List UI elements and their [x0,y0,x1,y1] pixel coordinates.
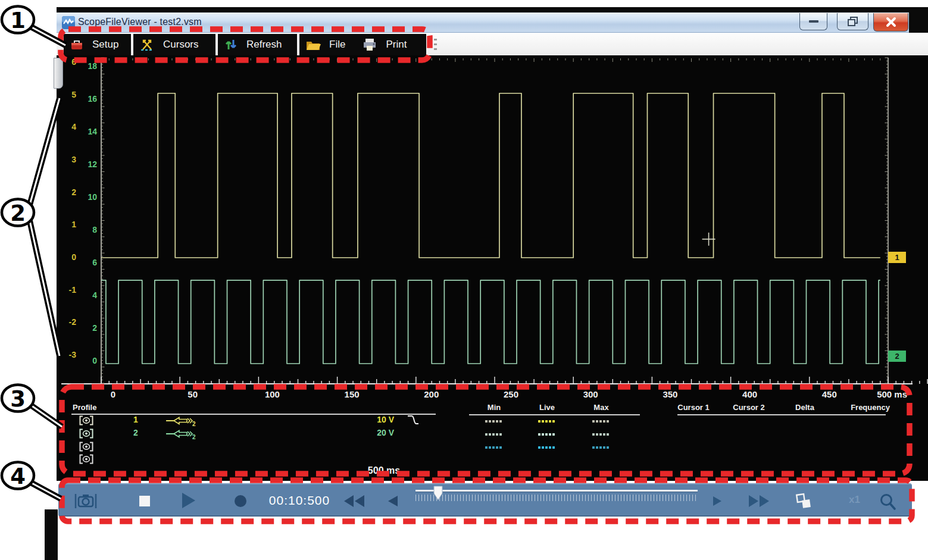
timebase-indicator: 500 ms [354,465,414,476]
minimize-button[interactable] [799,13,827,30]
visibility-toggle-icon[interactable] [79,415,93,426]
toolbar: Setup Cursors Refresh File [57,33,928,55]
y-axis-tick-label: 5 [58,90,76,99]
position-slider-thumb[interactable] [433,485,443,502]
callout-bubbles: 1 2 3 4 [2,7,34,490]
y-axis-tick-label: 12 [79,159,97,169]
callout-3 [2,385,34,412]
y-axis-tick-label: 10 [79,192,97,202]
file-button[interactable]: File [305,38,349,51]
page: ScopeFileViewer - test2.vsm Setup [0,0,928,560]
max-value-placeholder [592,433,610,436]
partial-panel-fragment [45,509,58,560]
y-axis-tick-label: 4 [79,290,97,300]
play-button[interactable] [181,492,196,509]
callout-2-number: 2 [10,201,26,226]
close-button[interactable] [873,13,908,32]
scope-display: 6543210-1-2-3 181614121086420 1 2 [57,55,928,387]
callout-1 [2,7,34,33]
print-button[interactable]: Print [362,37,410,52]
delta-header: Delta [778,403,832,412]
folder-icon [305,38,321,51]
x-axis-tick-label: 400 [732,389,768,399]
trigger-slope-icon [407,415,420,426]
cursor1-header: Cursor 1 [667,403,720,412]
restore-button[interactable] [837,13,868,30]
refresh-button[interactable]: Refresh [218,34,297,55]
channel2-number: 2 [128,428,143,437]
cursors-icon [139,37,155,52]
y-axis-tick-label: 0 [79,356,97,365]
fast-forward-button[interactable] [748,494,770,508]
y-axis-tick-label: 2 [58,187,76,197]
expand-view-button[interactable] [795,493,812,509]
min-value-placeholder [485,420,503,423]
close-icon [885,17,897,27]
file-label: File [329,39,349,51]
file-print-group: File Print [299,34,426,55]
svg-text:2: 2 [192,434,196,440]
visibility-toggle-icon[interactable] [79,454,93,464]
y-axis-tick-label: 18 [79,61,97,71]
titlebar-black-corner [909,7,928,33]
channel2-probe-icon: 2 [166,428,197,440]
cursors-button[interactable]: Cursors [133,34,215,55]
window-top-border [57,7,928,12]
setup-label: Setup [92,39,122,51]
playback-time: 00:10:500 [255,493,344,508]
position-slider-track[interactable] [415,490,698,492]
callout-3-number: 3 [10,386,26,412]
cursor2-header: Cursor 2 [722,403,776,412]
restore-icon [848,17,858,26]
y-axis-tick-label: 2 [79,323,97,333]
y-axis-tick-label: 0 [58,252,76,262]
callout-4-number: 4 [10,464,26,489]
stop-button[interactable] [139,496,150,506]
record-button[interactable] [233,495,248,509]
zoom-button[interactable] [879,493,896,511]
x-axis-end-label: 500 ms [860,389,907,399]
playback-bar: 00:10:500 x1 [58,483,912,517]
position-slider-ruler [415,495,698,501]
y-axis-tick-label: -3 [58,350,76,359]
max-value-placeholder [592,446,610,449]
app-icon [61,15,76,30]
setup-button[interactable]: Setup [64,34,131,55]
min-header: Min [467,403,521,412]
y-axis-tick-label: 8 [79,225,97,234]
callout-2 [2,199,34,226]
live-header: Live [520,403,574,412]
live-value-placeholder [538,433,556,436]
step-forward-button[interactable] [712,495,723,507]
y-axis-tick-label: 6 [58,57,76,67]
y-axis-tick-label: 14 [79,127,97,136]
measurement-panel: 050100150200250300350400450 500 ms Profi… [57,387,928,481]
x-axis-tick-label: 350 [652,389,688,399]
y-axis-tick-label: 4 [58,122,76,132]
cursors-label: Cursors [163,39,202,51]
title-bar[interactable]: ScopeFileViewer - test2.vsm [57,12,928,33]
visibility-toggle-icon[interactable] [79,442,93,452]
x-axis-tick-label: 250 [493,389,529,399]
x-axis-tick-label: 450 [811,389,847,399]
profile-row-4 [57,453,928,465]
x-axis-tick-label: 50 [175,389,211,399]
x-axis-tick-label: 100 [254,389,290,399]
svg-text:2: 2 [192,421,196,427]
y-axis-tick-label: 3 [58,155,76,164]
window-title: ScopeFileViewer - test2.vsm [78,17,202,27]
rewind-button[interactable] [343,494,365,508]
channel1-probe-icon: 2 [166,415,197,427]
y-axis-tick-label: 1 [58,220,76,229]
snapshot-camera-icon[interactable] [74,492,98,511]
live-value-placeholder [538,420,556,423]
channel1-marker[interactable]: 1 [888,252,906,263]
max-value-placeholder [592,420,610,423]
channel2-scale: 20 V [351,428,394,437]
step-back-button[interactable] [387,495,399,508]
print-label: Print [386,39,410,51]
callout-4 [2,462,34,489]
channel1-number: 1 [128,415,143,424]
channel2-marker[interactable]: 2 [888,351,906,362]
visibility-toggle-icon[interactable] [79,428,93,439]
